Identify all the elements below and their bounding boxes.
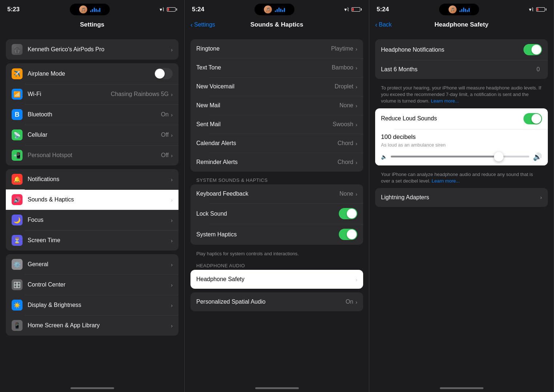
- list-item-wifi[interactable]: 📶 Wi-Fi Chasing Rainbows 5G ›: [6, 84, 178, 104]
- home-indicator-p3: [440, 387, 483, 389]
- list-item-display[interactable]: ☀️ Display & Brightness ›: [6, 295, 178, 315]
- hotspot-value: Off: [161, 152, 169, 159]
- list-item-spatial[interactable]: Personalized Spatial Audio On ›: [190, 292, 363, 311]
- locksound-knob: [347, 209, 357, 219]
- volume-low-icon: 🔈: [381, 154, 387, 160]
- spatial-label: Personalized Spatial Audio: [196, 299, 346, 305]
- screentime-icon: ⏳: [12, 235, 23, 246]
- voicemail-chevron: ›: [356, 84, 357, 90]
- sounds-label: Sounds & Haptics: [28, 196, 171, 203]
- battery-p2: [352, 7, 362, 12]
- di-bar: [467, 10, 468, 12]
- cellular-icon: 📡: [12, 129, 23, 140]
- cellular-chevron: ›: [171, 132, 173, 138]
- settings-list-p1[interactable]: 🎧 Kenneth Gerico's AirPods Pro › ✈️ Airp…: [0, 33, 184, 384]
- control-label: Control Center: [28, 281, 171, 288]
- reminder-value: Chord: [337, 159, 353, 165]
- group-headphone: Headphone Safety ›: [190, 270, 363, 289]
- slider-thumb[interactable]: [494, 152, 503, 161]
- list-item-notifications[interactable]: 🔔 Notifications ›: [6, 169, 178, 189]
- reduce-footer: Your iPhone can analyze headphone audio …: [369, 169, 554, 188]
- list-item-headphone-notif[interactable]: Headphone Notifications: [375, 39, 548, 60]
- wifi-settings-icon: 📶: [12, 89, 23, 100]
- airplane-icon: ✈️: [12, 68, 23, 79]
- di-bar: [275, 11, 276, 12]
- list-item-last6months[interactable]: Last 6 Months 0: [375, 60, 548, 79]
- list-item-locksound[interactable]: Lock Sound: [190, 203, 363, 224]
- airplane-label: Airplane Mode: [28, 71, 154, 77]
- list-item-focus[interactable]: 🌙 Focus ›: [6, 210, 178, 230]
- hotspot-chevron: ›: [171, 152, 173, 159]
- list-item-bluetooth[interactable]: B Bluetooth On ›: [6, 104, 178, 125]
- display-icon: ☀️: [12, 300, 23, 311]
- list-item-airpods[interactable]: 🎧 Kenneth Gerico's AirPods Pro ›: [6, 39, 178, 60]
- list-item-newmail[interactable]: New Mail None ›: [190, 96, 363, 115]
- di-bars-p2: [275, 7, 285, 12]
- general-chevron: ›: [171, 261, 173, 268]
- notifications-icon: 🔔: [12, 174, 23, 185]
- ringtone-value: Playtime: [331, 45, 353, 52]
- list-item-texttone[interactable]: Text Tone Bamboo ›: [190, 58, 363, 77]
- display-label: Display & Brightness: [28, 302, 171, 308]
- homescreen-label: Home Screen & App Library: [28, 322, 171, 329]
- notifications-label: Notifications: [28, 176, 171, 183]
- group-network: ✈️ Airplane Mode 📶 Wi-Fi Chasing Rainbow…: [6, 63, 178, 165]
- list-item-homescreen[interactable]: 📱 Home Screen & App Library ›: [6, 315, 178, 336]
- back-button-p3[interactable]: ‹ Back: [375, 21, 392, 29]
- list-item-reduce-loud[interactable]: Reduce Loud Sounds: [375, 108, 548, 129]
- calendar-value: Chord: [337, 140, 353, 147]
- learn-more-link-2[interactable]: Learn more...: [431, 178, 459, 184]
- spatial-value: On: [346, 299, 353, 305]
- reduce-loud-label: Reduce Loud Sounds: [381, 115, 523, 122]
- headphone-notif-label: Headphone Notifications: [381, 47, 523, 53]
- texttone-label: Text Tone: [196, 64, 332, 71]
- volume-slider-row: 🔈 🔊: [375, 148, 548, 165]
- learn-more-link-1[interactable]: Learn more...: [431, 98, 459, 104]
- list-item-airplane[interactable]: ✈️ Airplane Mode: [6, 63, 178, 84]
- back-button-p2[interactable]: ‹ Settings: [190, 21, 215, 29]
- headphone-notif-toggle[interactable]: [523, 44, 542, 55]
- list-item-cellular[interactable]: 📡 Cellular Off ›: [6, 125, 178, 145]
- screentime-chevron: ›: [171, 237, 173, 244]
- list-item-hotspot[interactable]: 📲 Personal Hotspot Off ›: [6, 145, 178, 165]
- display-chevron: ›: [171, 302, 173, 308]
- keyboard-label: Keyboard Feedback: [196, 191, 340, 197]
- di-bar: [96, 9, 97, 12]
- headphone-info-text: To protect your hearing, your iPhone wil…: [369, 83, 554, 108]
- list-item-keyboard[interactable]: Keyboard Feedback None ›: [190, 184, 363, 203]
- di-bar: [469, 8, 470, 12]
- cellular-label: Cellular: [28, 132, 161, 138]
- list-item-voicemail[interactable]: New Voicemail Droplet ›: [190, 77, 363, 96]
- volume-slider-track[interactable]: [391, 156, 529, 157]
- list-item-lightning[interactable]: Lightning Adapters ›: [375, 188, 548, 207]
- list-item-screentime[interactable]: ⏳ Screen Time ›: [6, 230, 178, 251]
- locksound-toggle[interactable]: [339, 208, 357, 219]
- list-item-control[interactable]: 🎛️ Control Center ›: [6, 275, 178, 295]
- airplane-toggle[interactable]: [154, 68, 173, 79]
- di-bars-p1: [90, 7, 100, 12]
- settings-list-p3[interactable]: Headphone Notifications Last 6 Months 0 …: [369, 33, 554, 384]
- headphone-section-header: HEADPHONE AUDIO: [185, 261, 369, 270]
- list-item-general[interactable]: ⚙️ General ›: [6, 254, 178, 275]
- wifi-chevron: ›: [171, 91, 173, 97]
- list-item-sounds[interactable]: 🔊 Sounds & Haptics ›: [6, 189, 178, 210]
- toggle-knob: [155, 69, 165, 79]
- back-chevron-p3: ‹: [375, 21, 377, 29]
- haptics-knob: [347, 229, 357, 239]
- hotspot-icon: 📲: [12, 150, 23, 161]
- list-item-headphone-safety[interactable]: Headphone Safety ›: [190, 270, 363, 289]
- list-item-ringtone[interactable]: Ringtone Playtime ›: [190, 39, 363, 58]
- status-time-p1: 5:23: [7, 6, 20, 13]
- list-item-sentmail[interactable]: Sent Mail Swoosh ›: [190, 115, 363, 134]
- screentime-label: Screen Time: [28, 237, 171, 244]
- list-item-reminder[interactable]: Reminder Alerts Chord ›: [190, 153, 363, 172]
- panel-headphone-safety: 5:24 🎵 ▾⌇ ‹ Back Headphone Safe: [369, 0, 554, 392]
- list-item-calendar[interactable]: Calendar Alerts Chord ›: [190, 134, 363, 153]
- notifications-chevron: ›: [171, 176, 173, 183]
- status-bar-p3: 5:24 🎵 ▾⌇: [369, 0, 554, 17]
- list-item-haptics[interactable]: System Haptics: [190, 224, 363, 245]
- haptics-toggle[interactable]: [339, 229, 357, 240]
- settings-list-p2[interactable]: Ringtone Playtime › Text Tone Bamboo › N…: [185, 33, 369, 384]
- lightning-label: Lightning Adapters: [381, 194, 540, 201]
- reduce-loud-toggle[interactable]: [523, 113, 542, 124]
